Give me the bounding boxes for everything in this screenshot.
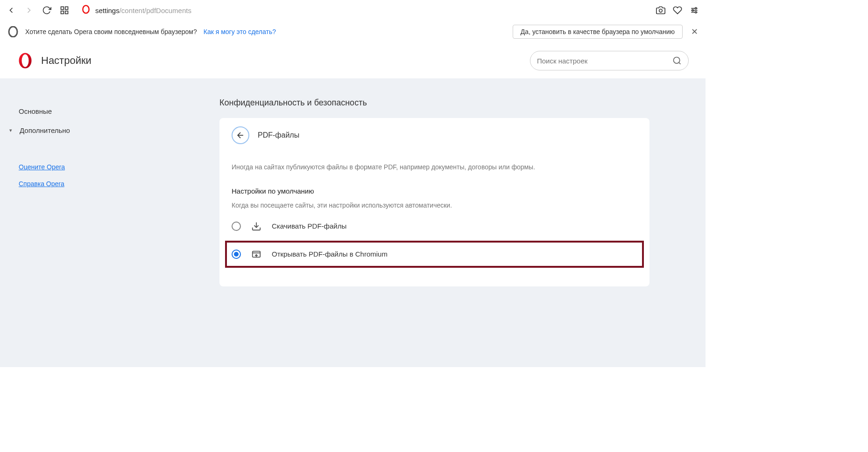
- section-title: Конфиденциальность и безопасность: [219, 98, 649, 108]
- settings-header: Настройки: [0, 43, 706, 78]
- svg-point-12: [9, 27, 17, 37]
- card-title: PDF-файлы: [258, 131, 299, 139]
- opera-logo-icon: [7, 26, 19, 37]
- search-icon: [672, 56, 682, 65]
- download-icon: [251, 221, 261, 231]
- option-download-pdf[interactable]: Скачивать PDF-файлы: [232, 215, 637, 238]
- svg-point-15: [674, 57, 680, 63]
- defaults-description: Когда вы посещаете сайты, эти настройки …: [232, 202, 637, 209]
- sidebar-item-basic[interactable]: Основные: [0, 102, 140, 121]
- search-box[interactable]: [530, 51, 689, 70]
- close-notification-button[interactable]: ✕: [691, 28, 698, 36]
- svg-point-14: [22, 55, 29, 67]
- forward-icon: [23, 5, 35, 16]
- browser-toolbar: settings/content/pdfDocuments: [0, 0, 706, 21]
- highlighted-option: Открывать PDF-файлы в Chromium: [225, 241, 644, 268]
- notification-link[interactable]: Как я могу это сделать?: [204, 28, 276, 35]
- page-title: Настройки: [41, 55, 92, 67]
- open-in-browser-icon: [251, 249, 261, 259]
- svg-point-11: [695, 12, 697, 13]
- description-text: Иногда на сайтах публикуются файлы в фор…: [232, 163, 637, 172]
- url-bar[interactable]: settings/content/pdfDocuments: [77, 5, 649, 16]
- sidebar-item-advanced[interactable]: Дополнительно: [0, 121, 140, 140]
- svg-rect-2: [61, 11, 64, 14]
- svg-point-10: [692, 9, 693, 11]
- settings-toggle-icon[interactable]: [689, 5, 700, 16]
- content: Конфиденциальность и безопасность PDF-фа…: [140, 78, 706, 367]
- sidebar-link-rate[interactable]: Оцените Opera: [0, 159, 140, 175]
- radio-button[interactable]: [232, 250, 241, 259]
- svg-line-16: [679, 63, 681, 64]
- heart-icon[interactable]: [672, 5, 683, 16]
- option-label: Открывать PDF-файлы в Chromium: [272, 250, 388, 258]
- camera-icon[interactable]: [655, 5, 666, 16]
- option-open-pdf[interactable]: Открывать PDF-файлы в Chromium: [232, 245, 637, 263]
- search-input[interactable]: [537, 57, 672, 65]
- sidebar-link-help[interactable]: Справка Opera: [0, 175, 140, 192]
- settings-card: PDF-файлы Иногда на сайтах публикуются ф…: [219, 118, 649, 286]
- main-area: Основные Дополнительно Оцените Opera Спр…: [0, 78, 706, 367]
- url-text: settings/content/pdfDocuments: [95, 7, 191, 14]
- radio-button[interactable]: [232, 222, 241, 231]
- notification-text: Хотите сделать Opera своим повседневным …: [25, 28, 197, 35]
- set-default-button[interactable]: Да, установить в качестве браузера по ум…: [513, 25, 683, 39]
- option-label: Скачивать PDF-файлы: [272, 222, 346, 230]
- reload-icon[interactable]: [41, 5, 52, 16]
- svg-rect-1: [65, 7, 68, 10]
- svg-point-5: [659, 9, 663, 13]
- back-icon[interactable]: [6, 5, 17, 16]
- svg-rect-3: [65, 11, 68, 14]
- opera-url-icon: [81, 5, 91, 16]
- back-button[interactable]: [232, 126, 249, 144]
- svg-rect-0: [61, 7, 64, 10]
- apps-icon[interactable]: [59, 5, 70, 16]
- svg-point-9: [695, 7, 697, 9]
- opera-logo-icon: [17, 52, 34, 69]
- svg-point-4: [83, 6, 89, 14]
- sidebar: Основные Дополнительно Оцените Opera Спр…: [0, 78, 140, 367]
- default-browser-notification: Хотите сделать Opera своим повседневным …: [0, 21, 706, 43]
- defaults-title: Настройки по умолчанию: [232, 187, 637, 195]
